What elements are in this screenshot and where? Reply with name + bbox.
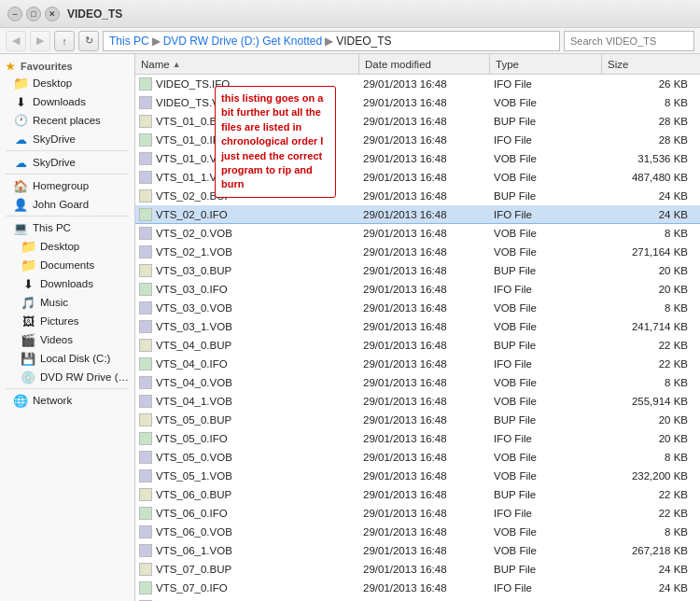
- path-part-1: This PC: [109, 35, 149, 48]
- main-container: ★ Favourites 📁 Desktop ⬇ Downloads 🕐 Rec…: [0, 54, 700, 601]
- forward-button[interactable]: ▶: [30, 31, 50, 51]
- file-type-cell: BUP File: [490, 489, 602, 500]
- sidebar-item-skydrive[interactable]: ☁ SkyDrive: [0, 153, 134, 172]
- file-row[interactable]: VTS_06_0.IFO29/01/2013 16:48IFO File22 K…: [135, 504, 700, 523]
- sidebar-item-homegroup[interactable]: 🏠 Homegroup: [0, 176, 134, 195]
- file-row[interactable]: VTS_02_1.VOB29/01/2013 16:48VOB File271,…: [135, 243, 700, 261]
- file-row[interactable]: VTS_07_0.VOB29/01/2013 16:48VOB File8 KB: [135, 597, 700, 601]
- file-row[interactable]: VTS_03_1.VOB29/01/2013 16:48VOB File241,…: [135, 317, 700, 336]
- address-path[interactable]: This PC ▶ DVD RW Drive (D:) Get Knotted …: [103, 31, 560, 51]
- sidebar-item-label: Recent places: [33, 115, 101, 126]
- file-type-cell: BUP File: [490, 414, 602, 426]
- file-row[interactable]: VTS_01_0.VOB29/01/2013 16:48VOB File31,5…: [135, 149, 700, 168]
- file-size-cell: 31,536 KB: [602, 153, 695, 164]
- file-row[interactable]: VTS_05_1.VOB29/01/2013 16:48VOB File232,…: [135, 467, 700, 485]
- file-icon: [139, 208, 152, 221]
- file-row[interactable]: VTS_06_1.VOB29/01/2013 16:48VOB File267,…: [135, 541, 700, 560]
- file-size-cell: 8 KB: [602, 452, 695, 463]
- file-modified-cell: 29/01/2013 16:48: [359, 377, 490, 388]
- col-header-name[interactable]: Name ▲: [135, 54, 359, 74]
- file-row[interactable]: VIDEO_TS.IFO29/01/2013 16:48IFO File26 K…: [135, 75, 700, 93]
- file-icon: [139, 245, 152, 259]
- file-icon: [139, 581, 152, 594]
- file-name-cell: VTS_07_0.IFO: [135, 581, 359, 594]
- search-input[interactable]: [564, 31, 694, 51]
- file-row[interactable]: VTS_06_0.VOB29/01/2013 16:48VOB File8 KB: [135, 523, 700, 541]
- sidebar-item-label: Videos: [40, 334, 73, 345]
- file-row[interactable]: VTS_02_0.BUP29/01/2013 16:48BUP File24 K…: [135, 187, 700, 205]
- file-name-cell: VTS_02_1.VOB: [135, 245, 359, 259]
- sidebar-item-dvdrive[interactable]: 💿 DVD RW Drive (D:) G: [0, 368, 134, 386]
- file-name: VTS_03_1.VOB: [156, 321, 232, 332]
- file-size-cell: 26 KB: [602, 78, 695, 90]
- sidebar-divider-2: [6, 174, 129, 175]
- file-row[interactable]: VTS_05_0.IFO29/01/2013 16:48IFO File20 K…: [135, 429, 700, 448]
- file-row[interactable]: VTS_05_0.BUP29/01/2013 16:48BUP File20 K…: [135, 411, 700, 429]
- sidebar-item-localdisk[interactable]: 💾 Local Disk (C:): [0, 349, 134, 368]
- file-row[interactable]: VTS_03_0.BUP29/01/2013 16:48BUP File20 K…: [135, 261, 700, 280]
- sidebar-item-skydrive-fav[interactable]: ☁ SkyDrive: [0, 130, 134, 148]
- file-icon: [139, 525, 152, 538]
- file-row[interactable]: VTS_01_1.VOB29/01/2013 16:48VOB File487,…: [135, 168, 700, 187]
- file-row[interactable]: VTS_01_0.IFO29/01/2013 16:48IFO File28 K…: [135, 131, 700, 149]
- file-name-cell: VTS_03_0.BUP: [135, 264, 359, 277]
- sidebar-item-pictures[interactable]: 🖼 Pictures: [0, 312, 134, 330]
- file-icon: [139, 395, 152, 408]
- file-name-cell: VTS_01_0.IFO: [135, 133, 359, 147]
- downloads-icon-2: ⬇: [21, 276, 35, 291]
- sidebar-item-videos[interactable]: 🎬 Videos: [0, 330, 134, 349]
- file-row[interactable]: VTS_07_0.IFO29/01/2013 16:48IFO File24 K…: [135, 579, 700, 597]
- file-name: VTS_02_0.BUP: [156, 190, 231, 202]
- file-type-cell: VOB File: [490, 396, 602, 407]
- window-controls[interactable]: – □ ✕: [7, 7, 60, 21]
- file-row[interactable]: VTS_04_1.VOB29/01/2013 16:48VOB File255,…: [135, 392, 700, 411]
- file-row[interactable]: VTS_07_0.BUP29/01/2013 16:48BUP File24 K…: [135, 560, 700, 579]
- file-row[interactable]: VTS_04_0.VOB29/01/2013 16:48VOB File8 KB: [135, 373, 700, 392]
- file-row[interactable]: VIDEO_TS.VOB29/01/2013 16:48VOB File8 KB: [135, 93, 700, 112]
- file-name-cell: VTS_02_0.BUP: [135, 189, 359, 203]
- sidebar-item-downloads[interactable]: ⬇ Downloads: [0, 92, 134, 111]
- file-size-cell: 24 KB: [602, 190, 695, 202]
- file-row[interactable]: VTS_02_0.IFO29/01/2013 16:48IFO File24 K…: [135, 205, 700, 224]
- file-row[interactable]: VTS_06_0.BUP29/01/2013 16:48BUP File22 K…: [135, 485, 700, 504]
- network-section: 🌐 Network: [0, 391, 134, 410]
- sidebar-item-desktop2[interactable]: 📁 Desktop: [0, 237, 134, 256]
- file-size-cell: 8 KB: [602, 377, 695, 388]
- refresh-button[interactable]: ↻: [78, 31, 99, 51]
- file-row[interactable]: VTS_01_0.BUP29/01/2013 16:48BUP File28 K…: [135, 112, 700, 131]
- file-row[interactable]: VTS_05_0.VOB29/01/2013 16:48VOB File8 KB: [135, 448, 700, 467]
- sidebar-item-network[interactable]: 🌐 Network: [0, 391, 134, 410]
- file-type-cell: VOB File: [490, 246, 602, 258]
- file-icon: [139, 152, 152, 165]
- sidebar-item-documents[interactable]: 📁 Documents: [0, 256, 134, 274]
- close-button[interactable]: ✕: [45, 7, 60, 21]
- sidebar-item-downloads2[interactable]: ⬇ Downloads: [0, 274, 134, 293]
- file-modified-cell: 29/01/2013 16:48: [359, 564, 490, 575]
- file-name-cell: VTS_01_0.VOB: [135, 152, 359, 165]
- file-icon: [139, 339, 152, 352]
- up-button[interactable]: ↑: [54, 31, 75, 51]
- file-type-cell: IFO File: [490, 508, 602, 519]
- sidebar-item-recent[interactable]: 🕐 Recent places: [0, 111, 134, 130]
- file-row[interactable]: VTS_03_0.VOB29/01/2013 16:48VOB File8 KB: [135, 299, 700, 317]
- minimize-button[interactable]: –: [7, 7, 22, 21]
- file-row[interactable]: VTS_02_0.VOB29/01/2013 16:48VOB File8 KB: [135, 224, 700, 243]
- col-header-type[interactable]: Type: [490, 54, 602, 74]
- file-modified-cell: 29/01/2013 16:48: [359, 489, 490, 500]
- sidebar-item-music[interactable]: 🎵 Music: [0, 293, 134, 312]
- maximize-button[interactable]: □: [26, 7, 41, 21]
- sidebar-item-desktop[interactable]: 📁 Desktop: [0, 74, 134, 92]
- col-header-modified[interactable]: Date modified: [359, 54, 490, 74]
- file-type-cell: IFO File: [490, 582, 602, 594]
- file-row[interactable]: VTS_04_0.IFO29/01/2013 16:48IFO File22 K…: [135, 355, 700, 373]
- sidebar-item-label: This PC: [33, 222, 71, 233]
- file-size-cell: 24 KB: [602, 564, 695, 575]
- sidebar-item-johngoard[interactable]: 👤 John Goard: [0, 195, 134, 214]
- back-button[interactable]: ◀: [6, 31, 26, 51]
- file-row[interactable]: VTS_04_0.BUP29/01/2013 16:48BUP File22 K…: [135, 336, 700, 355]
- sidebar-item-thispc[interactable]: 💻 This PC: [0, 218, 134, 237]
- favourites-header[interactable]: ★ Favourites: [0, 58, 134, 74]
- file-row[interactable]: VTS_03_0.IFO29/01/2013 16:48IFO File20 K…: [135, 280, 700, 299]
- sidebar-divider-1: [6, 150, 129, 151]
- col-header-size[interactable]: Size: [602, 54, 695, 74]
